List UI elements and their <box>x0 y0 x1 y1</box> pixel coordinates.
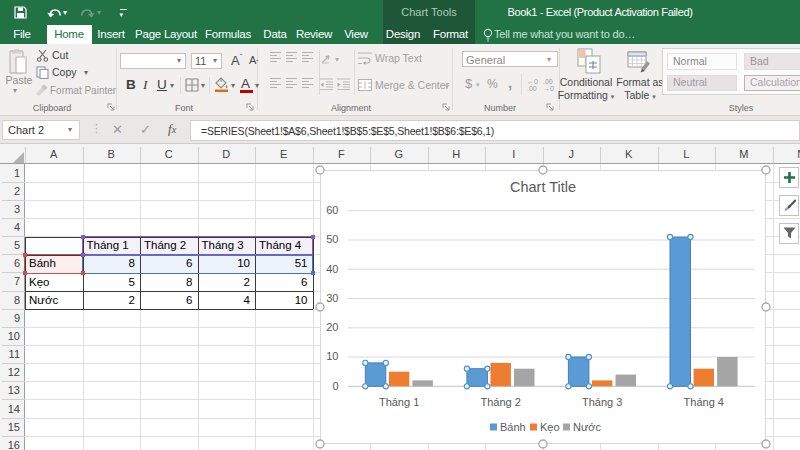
svg-text:Tháng 2: Tháng 2 <box>481 396 521 408</box>
svg-text:0: 0 <box>332 380 338 392</box>
svg-text:60: 60 <box>326 204 338 216</box>
svg-text:Kẹo: Kẹo <box>540 421 560 433</box>
svg-text:50: 50 <box>326 233 338 245</box>
svg-text:Tháng 1: Tháng 1 <box>379 396 419 408</box>
svg-text:Nước: Nước <box>573 421 602 433</box>
svg-text:Tháng 3: Tháng 3 <box>582 396 622 408</box>
svg-text:Tháng 4: Tháng 4 <box>684 396 724 408</box>
svg-text:40: 40 <box>326 263 338 275</box>
svg-text:30: 30 <box>326 292 338 304</box>
svg-text:Bánh: Bánh <box>500 421 526 433</box>
svg-text:10: 10 <box>326 350 338 362</box>
svg-text:20: 20 <box>326 321 338 333</box>
